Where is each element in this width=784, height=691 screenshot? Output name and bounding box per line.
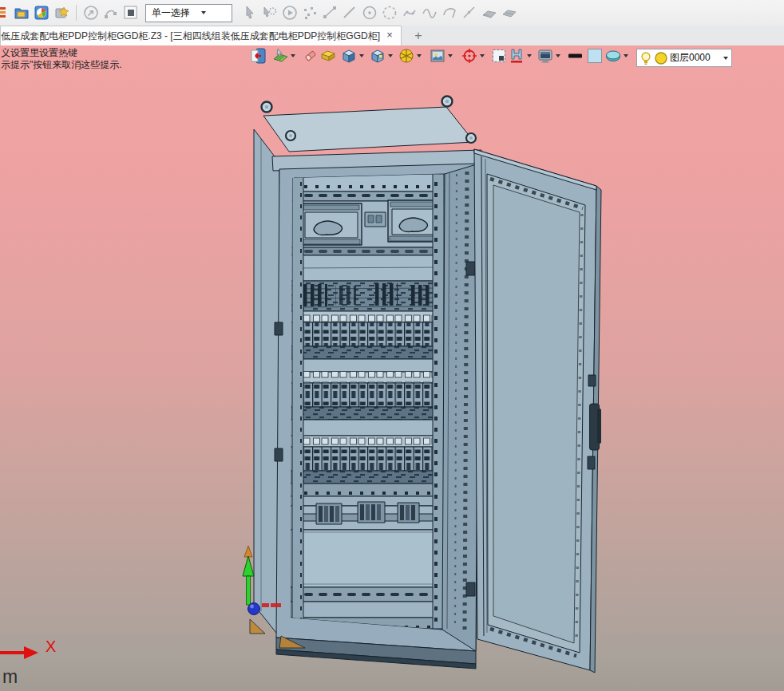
main-toolbar: 单一选择	[0, 0, 784, 26]
spline-icon[interactable]	[401, 4, 418, 22]
z-axis-arrow	[243, 556, 254, 576]
polyline-icon[interactable]	[461, 4, 478, 22]
3d-viewport-model[interactable]	[0, 45, 784, 691]
open-file-icon[interactable]	[13, 4, 30, 22]
toolbar-separator	[76, 5, 77, 21]
3d-viewport[interactable]: 义设置里设置热键示提示"按钮来取消这些提示.	[0, 45, 784, 691]
circle-icon[interactable]	[381, 4, 398, 22]
cursor-icon[interactable]	[241, 4, 259, 22]
play-icon[interactable]	[281, 4, 299, 22]
selection-mode-dropdown[interactable]: 单一选择	[145, 4, 232, 22]
active-document-tab[interactable]: 装低压成套配电柜PDP控制柜GGD柜.Z3 - [三相四线组装低压成套配电柜PD…	[0, 26, 402, 45]
meter-module[interactable]	[365, 212, 386, 227]
line-icon[interactable]	[341, 4, 358, 22]
stop-record-icon[interactable]	[122, 4, 140, 22]
selection-mode-value: 单一选择	[152, 6, 190, 20]
line-endpoints-icon[interactable]	[321, 4, 339, 22]
cad-application-window: { "toolbar_main": { "icons_left": ["docu…	[0, 0, 784, 691]
din-rail-terminals[interactable]	[291, 502, 445, 530]
document-tab-bar: 装低压成套配电柜PDP控制柜GGD柜.Z3 - [三相四线组装低压成套配电柜PD…	[0, 26, 784, 45]
arc-icon[interactable]	[441, 4, 458, 22]
surface-alt-icon[interactable]	[501, 4, 518, 22]
circle-center-icon[interactable]	[361, 4, 378, 22]
cabinet-model[interactable]	[0, 97, 601, 673]
new-tab-button[interactable]: +	[406, 28, 430, 45]
favorites-icon[interactable]	[53, 4, 70, 22]
cabinet-interior[interactable]	[291, 174, 445, 640]
main-breaker-left[interactable]	[301, 203, 362, 245]
mcb-row-3[interactable]	[291, 436, 445, 484]
origin-point	[248, 603, 260, 615]
chevron-down-icon	[201, 11, 206, 14]
sine-curve-icon[interactable]	[421, 4, 438, 22]
mcb-row-2[interactable]	[291, 372, 445, 420]
tab-title: 装低压成套配电柜PDP控制柜GGD柜.Z3 - [三相四线组装低压成套配电柜PD…	[0, 30, 380, 43]
document-list-icon[interactable]	[0, 4, 10, 22]
surface-icon[interactable]	[481, 4, 498, 22]
cabinet-door-open[interactable]	[474, 149, 601, 673]
tab-close-icon[interactable]: ×	[383, 29, 396, 41]
curve-handle-icon[interactable]	[102, 4, 120, 22]
points-icon[interactable]	[301, 4, 319, 22]
mcb-row-1[interactable]	[291, 311, 445, 359]
bottom-left-text: m	[2, 666, 18, 688]
chart-view-icon[interactable]	[33, 4, 50, 22]
compass-icon[interactable]	[82, 4, 100, 22]
x-axis-label: X	[46, 638, 56, 656]
pointer-settings-icon[interactable]	[261, 4, 279, 22]
x-axis-arrow	[0, 646, 38, 659]
origin-label-mark	[262, 603, 269, 607]
